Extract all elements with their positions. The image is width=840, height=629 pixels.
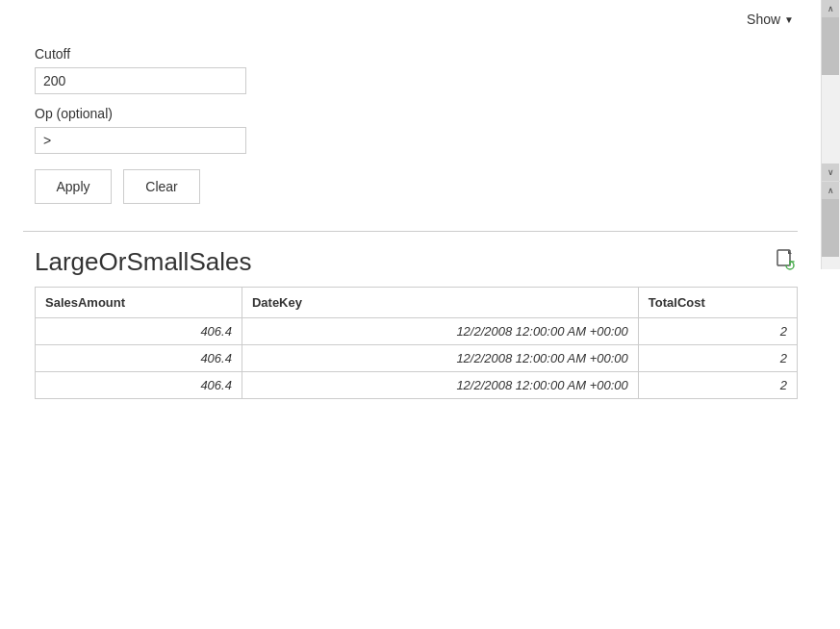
cutoff-input[interactable]: [35, 67, 246, 94]
show-label: Show: [747, 12, 780, 27]
table-row: 406.412/2/2008 12:00:00 AM +00:002: [36, 318, 798, 345]
op-label: Op (optional): [35, 106, 798, 121]
table-header-row: SalesAmount DateKey TotalCost: [36, 288, 798, 318]
filter-form: Cutoff Op (optional) Apply Clear: [0, 38, 821, 219]
cell-date-key: 12/2/2008 12:00:00 AM +00:00: [242, 372, 638, 399]
scroll-thumb[interactable]: [822, 17, 839, 75]
right-scrollbar: ∧ ∨ ∧: [821, 0, 840, 269]
cell-sales-amount: 406.4: [36, 372, 242, 399]
scroll-up-button[interactable]: ∧: [822, 0, 839, 17]
clear-button[interactable]: Clear: [123, 169, 200, 204]
cell-total-cost: 2: [638, 345, 797, 372]
col-header-totalcost: TotalCost: [638, 288, 797, 318]
results-section: LargeOrSmallSales: [0, 243, 821, 399]
scroll-down-button[interactable]: ∨: [822, 164, 839, 181]
chevron-down-icon: ▼: [784, 14, 794, 25]
section-divider: [23, 231, 798, 232]
show-button[interactable]: Show ▼: [739, 8, 802, 31]
top-bar: Show ▼: [0, 0, 821, 38]
cell-date-key: 12/2/2008 12:00:00 AM +00:00: [242, 345, 638, 372]
cell-sales-amount: 406.4: [36, 318, 242, 345]
table-row: 406.412/2/2008 12:00:00 AM +00:002: [36, 372, 798, 399]
cell-total-cost: 2: [638, 318, 797, 345]
refresh-icon[interactable]: [775, 248, 798, 276]
table-scroll-up-button[interactable]: ∧: [822, 182, 839, 199]
action-buttons: Apply Clear: [35, 169, 798, 204]
cell-date-key: 12/2/2008 12:00:00 AM +00:00: [242, 318, 638, 345]
cell-sales-amount: 406.4: [36, 345, 242, 372]
scroll-track: [822, 75, 839, 164]
op-input[interactable]: [35, 127, 246, 154]
apply-button[interactable]: Apply: [35, 169, 112, 204]
table-scroll-track: [822, 257, 839, 270]
cell-total-cost: 2: [638, 372, 797, 399]
results-table-area: SalesAmount DateKey TotalCost 406.412/2/…: [35, 287, 798, 399]
cutoff-label: Cutoff: [35, 46, 798, 62]
col-header-datekey: DateKey: [242, 288, 638, 318]
table-wrapper: SalesAmount DateKey TotalCost 406.412/2/…: [35, 287, 798, 399]
results-header: LargeOrSmallSales: [35, 247, 798, 277]
results-title: LargeOrSmallSales: [35, 247, 251, 277]
table-row: 406.412/2/2008 12:00:00 AM +00:002: [36, 345, 798, 372]
results-table: SalesAmount DateKey TotalCost 406.412/2/…: [35, 287, 798, 399]
table-scroll-thumb[interactable]: [822, 199, 839, 257]
col-header-salesamount: SalesAmount: [36, 288, 242, 318]
